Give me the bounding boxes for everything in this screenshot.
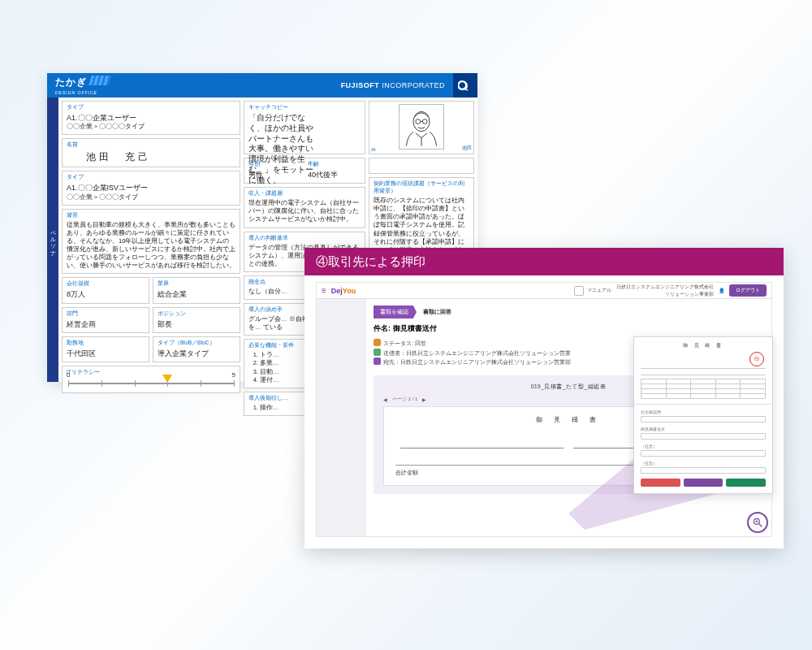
user-icon[interactable]: 👤 [719,288,724,293]
literacy-scale: 0 5 [68,379,234,388]
org-display: 日鉄日立システムエンジニアリング株式会社 ソリューション事業部 [616,284,714,298]
type2-box: タイプ A1.〇〇企業ISVユーザー 〇〇企業＞〇〇〇タイプ [62,171,240,205]
challenge-box: 収入・課題層 現在運用中の電子システム（自社サーバー）の陳腐化に伴い、自社に合っ… [244,187,365,228]
preview-table [641,379,766,399]
step-reply[interactable]: 書類に回答 [417,306,458,318]
svg-line-6 [759,524,762,527]
brand-name: たかぎ [55,76,87,88]
book-icon [574,286,584,296]
status-icon [374,339,381,346]
side-tab[interactable]: ペルソナ [47,98,58,382]
hamburger-icon[interactable]: ≡ [322,286,326,295]
brand-flag-icon [89,76,111,85]
svg-point-1 [416,119,421,124]
type-box: タイプ A1.〇〇企業ユーザー 〇〇企業＞〇〇〇〇タイプ [62,101,240,135]
corp-name: FUJISOFT INCORPORATED [341,81,445,89]
preview-panel: 御 見 積 書 印 社名確認用 [633,336,773,494]
step-confirm[interactable]: 書類を確認 [374,306,417,318]
form-input[interactable] [641,467,766,474]
slide-title: ④取引先による押印 [304,248,784,275]
stamp-icon: 印 [749,352,764,366]
literacy-box: ITリテラシー 0 5 [62,366,240,393]
app-sidebar[interactable] [317,299,365,536]
logout-button[interactable]: ログアウト [729,284,767,297]
literacy-pointer-icon [162,375,172,383]
breadcrumb: 書類を確認 書類に回答 [374,306,763,318]
form-input[interactable] [641,450,766,457]
app-content: 書類を確認 書類に回答 件名: 御見積書送付 ステータス: 回答 送信者：日鉄日… [365,299,771,536]
corp-logo-icon [453,73,477,98]
reject-button[interactable] [641,479,680,487]
magnify-icon[interactable] [747,512,768,533]
manual-link[interactable]: マニュアル [574,286,611,296]
svg-point-2 [422,119,427,124]
portrait-box: AI 池田 [369,101,474,154]
prev-page-icon: ◀ [383,396,387,402]
preview-form: 社名確認用 御見積書送付 （任意） （任意） [634,404,772,493]
background-box: 背景 従業員も目動車の規模も大きく、事業所が数も多いこともあり、あらゆる業務のル… [62,209,240,275]
recipient-icon [374,358,381,365]
brand-sub: DESIGN OFFICE [55,90,110,95]
catchcopy-box: キャッチコピー 「自分だけでなく、ほかの社員やパートナーさんも大事。働きやすい環… [244,101,365,154]
approve-button[interactable] [684,479,723,487]
next-page-icon: ▶ [422,396,426,402]
persona-portrait-icon [399,104,444,150]
persona-header: たかぎ DESIGN OFFICE FUJISOFT INCORPORATED [47,73,477,98]
sender-icon [374,349,381,356]
name-box: 名前 池田 充己 [62,138,240,167]
form-input[interactable] [641,416,766,422]
form-input[interactable] [641,433,766,440]
screenshot-card: ④取引先による押印 ≡ DejYou マニュアル 日鉄日立システムエンジニアリン… [304,248,784,548]
subject-line: 件名: 御見積書送付 [374,323,763,334]
bulk-approve-button[interactable] [726,479,766,487]
app-topbar: ≡ DejYou マニュアル 日鉄日立システムエンジニアリング株式会社 ソリュー… [317,283,771,299]
persona-name: 池田 充己 [67,150,235,163]
app-logo[interactable]: DejYou [331,287,356,295]
app-window: ≡ DejYou マニュアル 日鉄日立システムエンジニアリング株式会社 ソリュー… [316,282,772,537]
